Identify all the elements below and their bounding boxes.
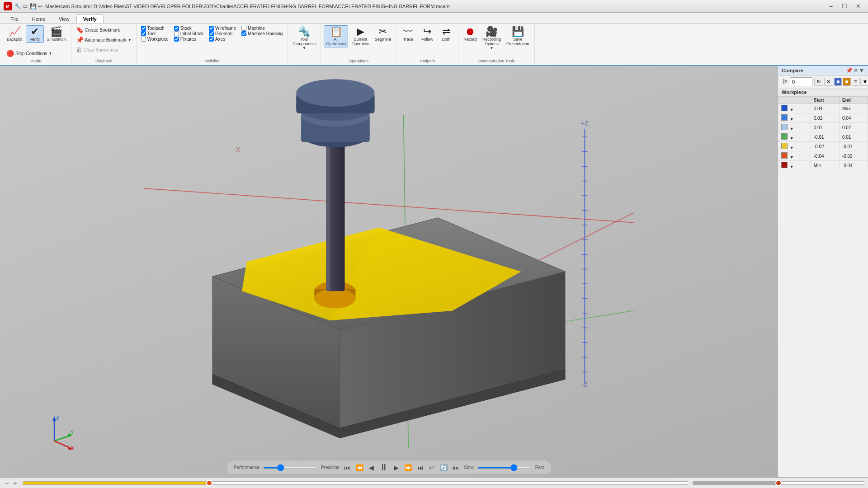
pause-button[interactable]: ⏸	[378, 462, 389, 473]
compare-end-3: 0.01	[839, 132, 868, 142]
cb-stock[interactable]	[174, 26, 179, 31]
compare-pin-button[interactable]: 📌	[846, 67, 853, 74]
create-bookmark-button[interactable]: 🔖 Create Bookmark	[74, 25, 133, 34]
reset-button[interactable]: 🔄	[439, 464, 448, 471]
workpiece-header: Workpiece	[778, 89, 868, 96]
speed-slider[interactable]	[477, 467, 532, 469]
both-button[interactable]: ⇌ Both	[437, 25, 455, 43]
cb-gnomon-label: Gnomon	[215, 31, 232, 36]
cb-toolpath-label: Toolpath	[147, 26, 165, 31]
save-presentation-button[interactable]: 💾 SavePresentation	[504, 25, 532, 47]
skip-to-end-button[interactable]: ⏭	[416, 464, 425, 471]
compare-close-button[interactable]: ✕	[854, 67, 858, 74]
tool-components-icon: 🔩	[298, 27, 310, 37]
axis-indicator: Z Y X	[41, 414, 77, 450]
recording-options-button[interactable]: 🎥 RecordingOptions ▼	[480, 25, 503, 52]
compare-start-3: -0.01	[811, 132, 839, 142]
tab-view[interactable]: View	[52, 14, 76, 23]
toolpath-label: Toolpath	[399, 59, 455, 63]
cb-machine-housing[interactable]	[241, 31, 246, 36]
simulation-icon: 🎬	[50, 27, 62, 37]
cb-fixtures[interactable]	[174, 37, 179, 42]
step-forward-small-button[interactable]: ▶	[393, 464, 400, 471]
verify-button[interactable]: ✔ Verify	[26, 25, 44, 43]
compare-color1-button[interactable]: ■	[834, 78, 842, 86]
tab-file[interactable]: File	[4, 14, 25, 23]
step-mode-button[interactable]: ⏭	[452, 464, 460, 471]
compare-clear-button[interactable]: ✕	[824, 78, 833, 86]
visibility-col4: Machine Machine Housing	[240, 25, 284, 37]
compare-start-5: -0.04	[811, 151, 839, 161]
record-icon: ⏺	[465, 27, 475, 37]
demo-label: Demonstration Tools	[461, 59, 532, 63]
close-button[interactable]: ✕	[852, 2, 864, 11]
cb-workpiece[interactable]	[141, 37, 146, 42]
current-operation-button[interactable]: ▶ CurrentOperation	[349, 25, 372, 47]
clear-bookmarks-icon: 🗑	[76, 46, 82, 53]
loop-button[interactable]: ↩	[428, 464, 435, 471]
follow-button[interactable]: ↪ Follow	[418, 25, 436, 43]
svg-marker-44	[52, 416, 56, 421]
cb-tool[interactable]	[141, 31, 146, 36]
both-icon: ⇌	[442, 27, 450, 37]
compare-refresh-button[interactable]: ↻	[814, 78, 823, 86]
cb-axes[interactable]	[209, 37, 214, 42]
clear-bookmarks-button[interactable]: 🗑 Clear Bookmarks	[74, 45, 133, 54]
record-button[interactable]: ⏺ Record	[461, 25, 479, 43]
stop-conditions-button[interactable]: 🔴 Stop Conditions ▼	[5, 49, 68, 58]
playback-label: Playback	[74, 59, 133, 63]
cb-machine[interactable]	[241, 26, 246, 31]
playback-group: 🔖 Create Bookmark 📌 Automatic Bookmark ▼…	[71, 24, 137, 64]
compare-end-2: 0.02	[839, 123, 868, 132]
cb-machine-label: Machine	[248, 26, 265, 31]
svg-line-49	[54, 441, 70, 448]
cb-initial-stock[interactable]	[174, 31, 179, 36]
main-area: +Z -Z -Y -X	[0, 66, 868, 477]
mode-group: 📈 Backplot ✔ Verify 🎬 Simulation 🔴 Stop …	[2, 24, 71, 64]
compare-value-input[interactable]	[790, 77, 812, 86]
tab-home[interactable]: Home	[25, 14, 52, 23]
fast-label: Fast	[535, 465, 544, 470]
cb-toolpath[interactable]	[141, 26, 146, 31]
trace-icon: 〰	[403, 27, 413, 37]
progress-track[interactable]	[23, 481, 688, 485]
auto-bookmark-button[interactable]: 📌 Automatic Bookmark ▼	[74, 35, 133, 44]
skip-to-start-button[interactable]: ⏮	[343, 464, 351, 471]
tab-verify[interactable]: Verify	[76, 14, 104, 23]
window-title: Mastercam Simulator D:\Video Files\ST VI…	[45, 4, 449, 9]
progress-zoom-out[interactable]: −	[4, 479, 10, 487]
title-bar: M 🔧 🗂 💾 ↩ Mastercam Simulator D:\Video F…	[0, 0, 868, 13]
performance-slider[interactable]	[263, 467, 317, 469]
compare-expand-button[interactable]: ▼	[859, 67, 864, 74]
compare-row-1: ▼ 0.02 0.04	[778, 113, 868, 123]
svg-text:-X: -X	[234, 146, 241, 153]
svg-line-46	[54, 436, 70, 441]
compare-settings-button[interactable]: ≡	[852, 78, 859, 86]
svg-text:Z: Z	[56, 416, 59, 421]
compare-title: Compare	[782, 68, 803, 73]
backplot-button[interactable]: 📈 Backplot	[5, 25, 25, 43]
compare-header: Compare 📌 ✕ ▼	[778, 66, 868, 75]
step-forward-button[interactable]: ⏩	[403, 464, 413, 471]
cb-wireframe[interactable]	[209, 26, 214, 31]
step-back-small-button[interactable]: ◀	[368, 464, 375, 471]
all-operations-button[interactable]: 📋 AllOperations	[324, 25, 348, 47]
cb-machine-housing-label: Machine Housing	[248, 31, 283, 36]
tool-components-button[interactable]: 🔩 ToolComponents ▼	[290, 25, 318, 52]
step-back-button[interactable]: ⏪	[355, 464, 364, 471]
secondary-thumb[interactable]	[775, 480, 782, 486]
minimize-button[interactable]: ‒	[825, 2, 837, 11]
compare-color2-button[interactable]: ■	[843, 78, 850, 86]
segment-button[interactable]: ✂ Segment	[373, 25, 393, 43]
compare-start-4: -0.02	[811, 142, 839, 151]
viewport[interactable]: +Z -Z -Y -X	[0, 66, 778, 477]
trace-button[interactable]: 〰 Trace	[399, 25, 417, 43]
simulation-button[interactable]: 🎬 Simulation	[45, 25, 68, 43]
progress-thumb[interactable]	[206, 480, 212, 486]
cb-gnomon[interactable]	[209, 31, 214, 36]
color-swatch-4	[781, 143, 788, 149]
progress-zoom-in[interactable]: +	[12, 479, 18, 487]
compare-expand2-button[interactable]: ▼	[860, 78, 868, 86]
svg-text:X: X	[71, 446, 74, 450]
maximize-button[interactable]: ☐	[838, 2, 851, 11]
